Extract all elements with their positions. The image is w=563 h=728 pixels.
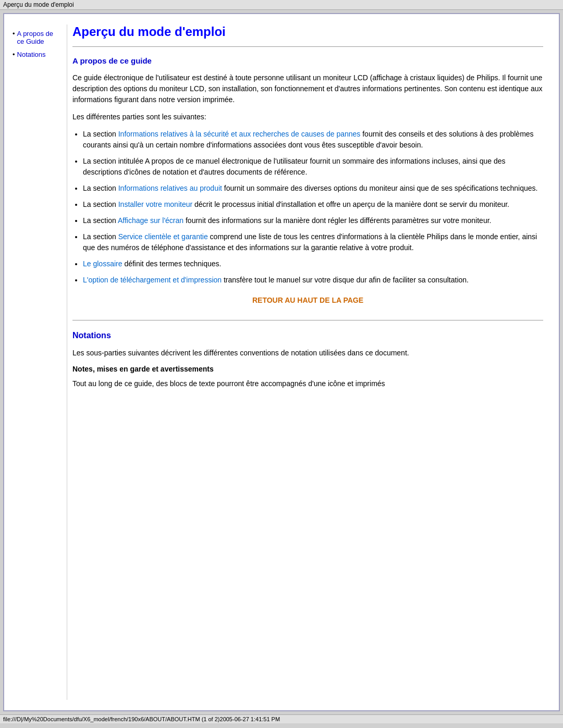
section1-paragraph2: Les différentes parties sont les suivant… xyxy=(72,112,543,122)
retour-link-container[interactable]: RETOUR AU HAUT DE LA PAGE xyxy=(72,296,543,304)
list-item: La section intitulée A propos de ce manu… xyxy=(83,156,543,178)
section1-list: La section Informations relatives à la s… xyxy=(83,129,543,286)
list-item: Le glossaire définit des termes techniqu… xyxy=(83,258,543,269)
section-divider xyxy=(72,320,543,320)
notations-paragraph1: Les sous-parties suivantes décrivent les… xyxy=(72,348,543,359)
link-produit[interactable]: Informations relatives au produit xyxy=(118,184,222,192)
title-divider xyxy=(72,46,543,47)
list-item: La section Service clientèle et garantie… xyxy=(83,231,543,253)
section-notations: Notations Les sous-parties suivantes déc… xyxy=(72,331,543,389)
main-content: Aperçu du mode d'emploi A propos de ce g… xyxy=(67,24,559,700)
section1-paragraph1: Ce guide électronique de l'utilisateur e… xyxy=(72,72,543,105)
link-affichage[interactable]: Affichage sur l'écran xyxy=(118,216,183,225)
sidebar-link-notations[interactable]: Notations xyxy=(17,51,46,58)
window-title-bar: Aperçu du mode d'emploi xyxy=(0,0,563,10)
sidebar-link-apropos[interactable]: A propos de ce Guide xyxy=(17,30,62,45)
list-item: La section Affichage sur l'écran fournit… xyxy=(83,215,543,226)
sidebar-item-notations[interactable]: • Notations xyxy=(13,51,62,60)
status-bar-text: file:///D|/My%20Documents/dfu/X6_model/f… xyxy=(3,716,280,722)
link-installer[interactable]: Installer votre moniteur xyxy=(118,200,192,208)
link-service[interactable]: Service clientèle et garantie xyxy=(118,232,208,241)
window-title: Aperçu du mode d'emploi xyxy=(3,1,74,8)
outer-frame: • A propos de ce Guide • Notations Aperç… xyxy=(3,13,560,711)
link-securite[interactable]: Informations relatives à la sécurité et … xyxy=(118,130,361,138)
section-apropos: A propos de ce guide Ce guide électroniq… xyxy=(72,56,543,304)
sidebar-item-apropos[interactable]: • A propos de ce Guide xyxy=(13,30,62,47)
list-item: La section Installer votre moniteur décr… xyxy=(83,199,543,210)
list-item: La section Informations relatives au pro… xyxy=(83,183,543,194)
notes-sub-title: Notes, mises en garde et avertissements xyxy=(72,365,543,373)
sidebar: • A propos de ce Guide • Notations xyxy=(4,24,67,700)
bullet-icon: • xyxy=(13,51,15,58)
notations-title: Notations xyxy=(72,331,543,340)
page-title: Aperçu du mode d'emploi xyxy=(72,24,543,39)
list-item: La section Informations relatives à la s… xyxy=(83,129,543,151)
list-item: L'option de téléchargement et d'impressi… xyxy=(83,275,543,286)
bullet-icon: • xyxy=(13,30,15,38)
link-telechargement[interactable]: L'option de téléchargement et d'impressi… xyxy=(83,276,222,284)
status-bar: file:///D|/My%20Documents/dfu/X6_model/f… xyxy=(0,714,563,723)
section1-title: A propos de ce guide xyxy=(72,56,543,65)
notations-paragraph2: Tout au long de ce guide, des blocs de t… xyxy=(72,378,543,389)
content-area: • A propos de ce Guide • Notations Aperç… xyxy=(4,14,559,710)
link-glossaire[interactable]: Le glossaire xyxy=(83,260,123,268)
retour-link[interactable]: RETOUR AU HAUT DE LA PAGE xyxy=(252,296,363,304)
